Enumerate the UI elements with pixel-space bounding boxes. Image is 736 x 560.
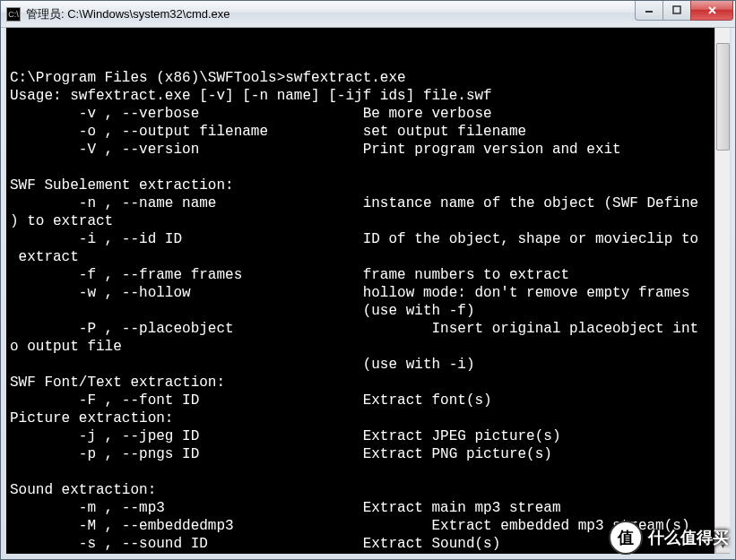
- terminal-line: SWF Subelement extraction:: [10, 177, 234, 194]
- close-icon: [707, 5, 717, 15]
- terminal-line: -m , --mp3 Extract main mp3 stream: [10, 500, 561, 516]
- terminal-line: (use with -f): [10, 303, 474, 319]
- scroll-track[interactable]: [715, 43, 731, 538]
- maximize-icon: [672, 5, 681, 14]
- terminal-line: -i , --id ID ID of the object, shape or …: [10, 231, 698, 247]
- terminal-line: ) to extract: [10, 213, 113, 229]
- vertical-scrollbar[interactable]: ▲ ▼: [714, 28, 730, 554]
- terminal-line: -P , --placeobject Insert original place…: [10, 321, 698, 337]
- terminal-line: Sound extraction:: [10, 482, 156, 498]
- terminal-line: -p , --pngs ID Extract PNG picture(s): [10, 446, 552, 462]
- terminal-line: o output file: [10, 339, 122, 355]
- terminal-line: -M , --embeddedmp3 Extract embedded mp3 …: [10, 518, 690, 534]
- terminal-line: C:\Program Files (x86)\SWFTools>swfextra…: [10, 70, 406, 86]
- terminal-line: -n , --name name instance name of the ob…: [10, 195, 698, 211]
- terminal-line: -o , --output filename set output filena…: [10, 124, 526, 140]
- terminal-line: -V , --version Print program version and…: [10, 142, 621, 158]
- cmd-window: C:\ 管理员: C:\Windows\system32\cmd.exe C:\…: [0, 0, 736, 560]
- svg-rect-1: [673, 6, 680, 13]
- terminal-line: Picture extraction:: [10, 410, 173, 426]
- terminal-line: -v , --verbose Be more verbose: [10, 106, 492, 122]
- scroll-down-button[interactable]: ▼: [715, 538, 731, 554]
- title-bar[interactable]: C:\ 管理员: C:\Windows\system32\cmd.exe: [1, 1, 735, 28]
- window-controls: [636, 1, 735, 21]
- terminal-line: -F , --font ID Extract font(s): [10, 392, 492, 409]
- scroll-thumb[interactable]: [716, 43, 730, 151]
- terminal-line: SWF Font/Text extraction:: [10, 375, 225, 391]
- terminal-line: (use with -i): [10, 357, 474, 373]
- terminal-line: Usage: swfextract.exe [-v] [-n name] [-i…: [10, 88, 492, 104]
- window-title: 管理员: C:\Windows\system32\cmd.exe: [26, 6, 636, 22]
- cmd-icon: C:\: [6, 7, 21, 22]
- terminal-line: -w , --hollow hollow mode: don't remove …: [10, 285, 690, 301]
- terminal-line: -j , --jpeg ID Extract JPEG picture(s): [10, 428, 561, 444]
- terminal-line: -f , --frame frames frame numbers to ext…: [10, 267, 569, 283]
- terminal-line: extract: [10, 249, 79, 265]
- terminal-line: -s , --sound ID Extract Sound(s): [10, 536, 500, 552]
- terminal-output[interactable]: C:\Program Files (x86)\SWFTools>swfextra…: [4, 28, 732, 556]
- maximize-button[interactable]: [662, 1, 691, 21]
- minimize-button[interactable]: [635, 1, 663, 21]
- close-button[interactable]: [690, 1, 733, 21]
- svg-rect-0: [645, 11, 653, 13]
- minimize-icon: [645, 5, 654, 14]
